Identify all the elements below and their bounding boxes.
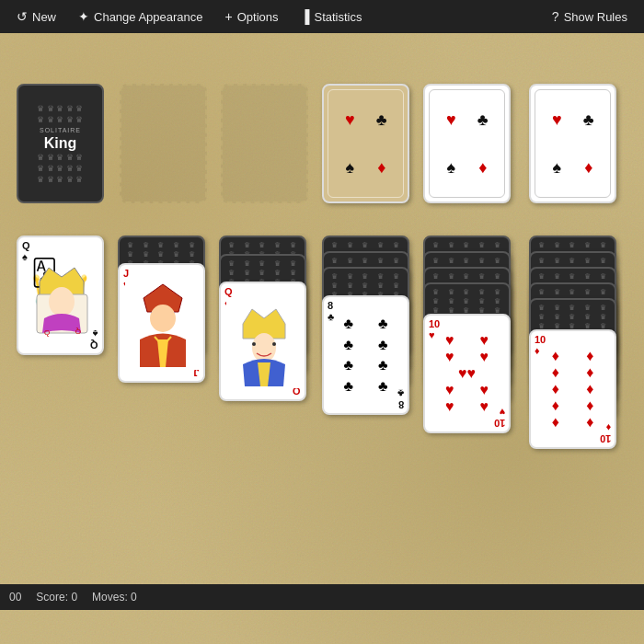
statistics-icon: ▐ <box>301 9 310 24</box>
tableau-col5-ten-hearts[interactable]: 10♥ 10♥ ♥♥ ♥♥ ♥♥ ♥♥ ♥♥ <box>423 314 511 433</box>
svg-text:Q: Q <box>75 328 81 336</box>
statusbar: 00 Score: 0 Moves: 0 <box>0 584 644 610</box>
score-label: Score: 0 <box>36 591 77 604</box>
svg-point-8 <box>150 305 176 332</box>
options-button[interactable]: + Options <box>216 6 288 28</box>
stock-pile[interactable]: ♛ ♛ ♛ ♛ ♛ ♛ ♛ ♛ ♛ ♛ SOLITAIRE King ♛ ♛ ♛… <box>17 84 104 203</box>
jack-svg <box>125 280 201 370</box>
foundation-slot-2[interactable] <box>221 84 308 203</box>
pip-heart-1: ♥ <box>345 110 355 130</box>
pip-spade-1: ♠ <box>345 158 354 178</box>
tableau-col2-jack[interactable]: J♥ J♥ <box>118 263 205 383</box>
statistics-button[interactable]: ▐ Statistics <box>292 6 372 28</box>
pip-diamond-1: ♦ <box>377 158 385 178</box>
foundation-slot-1[interactable] <box>120 84 207 203</box>
svg-text:Q: Q <box>44 328 50 337</box>
king-label: King <box>44 135 77 152</box>
svg-point-11 <box>252 333 276 362</box>
appearance-button[interactable]: ✦ Change Appearance <box>69 6 213 28</box>
pip-diamond-3: ♦ <box>584 158 592 178</box>
new-label: New <box>32 10 56 24</box>
col5-ten-pips: ♥♥ ♥♥ ♥♥ ♥♥ ♥♥ <box>432 332 501 415</box>
foundation-card-1-inner: ♥ ♣ ♠ ♦ <box>328 89 404 198</box>
svg-point-2 <box>49 287 75 316</box>
moves-label: Moves: 0 <box>92 591 137 604</box>
pip-diamond-2: ♦ <box>478 158 487 178</box>
rules-button[interactable]: ? Show Rules <box>543 6 637 28</box>
pip-spade-3: ♠ <box>552 158 561 178</box>
new-icon: ↺ <box>17 9 28 24</box>
rules-label: Show Rules <box>564 10 627 24</box>
tableau-col3-queen[interactable]: Q♦ Q♦ <box>219 282 306 401</box>
svg-point-12 <box>252 342 256 346</box>
foundation-card-2[interactable]: ♥ ♣ ♠ ♦ <box>423 84 511 203</box>
tableau-col6-ten-diamonds[interactable]: 10♦ 10♦ ♦♦ ♦♦ ♦♦ ♦♦ ♦♦ <box>529 329 616 449</box>
appearance-icon: ✦ <box>78 9 89 24</box>
pip-heart-2: ♥ <box>446 110 456 130</box>
pip-club-3: ♣ <box>583 110 594 130</box>
pip-spade-2: ♠ <box>446 158 455 178</box>
appearance-label: Change Appearance <box>94 10 203 24</box>
tableau-col4-eight-clubs[interactable]: 8♣ 8♣ ♣♣ ♣♣ ♣♣ ♣♣ <box>322 295 409 415</box>
options-label: Options <box>237 10 279 24</box>
rules-icon: ? <box>552 9 559 24</box>
brand-label: SOLITAIRE <box>40 127 81 133</box>
new-button[interactable]: ↺ New <box>7 6 65 28</box>
queen2-svg <box>226 298 303 388</box>
foundation-card-3[interactable]: ♥ ♣ ♠ ♦ <box>529 84 616 203</box>
statistics-label: Statistics <box>314 10 362 24</box>
col6-ten-pips: ♦♦ ♦♦ ♦♦ ♦♦ ♦♦ <box>538 348 607 431</box>
queen-svg: Q Q <box>26 254 98 340</box>
tableau-col1-card1[interactable]: Q♠ Q♠ 👑 🃑 Q Q <box>17 236 104 355</box>
pip-heart-3: ♥ <box>552 110 562 130</box>
timer-label: 00 <box>9 591 21 604</box>
svg-point-13 <box>272 342 276 346</box>
foundation-card-1[interactable]: ♥ ♣ ♠ ♦ <box>322 84 409 203</box>
pip-club-2: ♣ <box>477 110 489 130</box>
options-icon: + <box>225 9 233 24</box>
pip-club-1: ♣ <box>376 110 387 130</box>
toolbar: ↺ New ✦ Change Appearance + Options ▐ St… <box>0 0 644 33</box>
col4-eight-pips: ♣♣ ♣♣ ♣♣ ♣♣ <box>331 314 400 397</box>
game-area: ♛ ♛ ♛ ♛ ♛ ♛ ♛ ♛ ♛ ♛ SOLITAIRE King ♛ ♛ ♛… <box>0 33 644 610</box>
